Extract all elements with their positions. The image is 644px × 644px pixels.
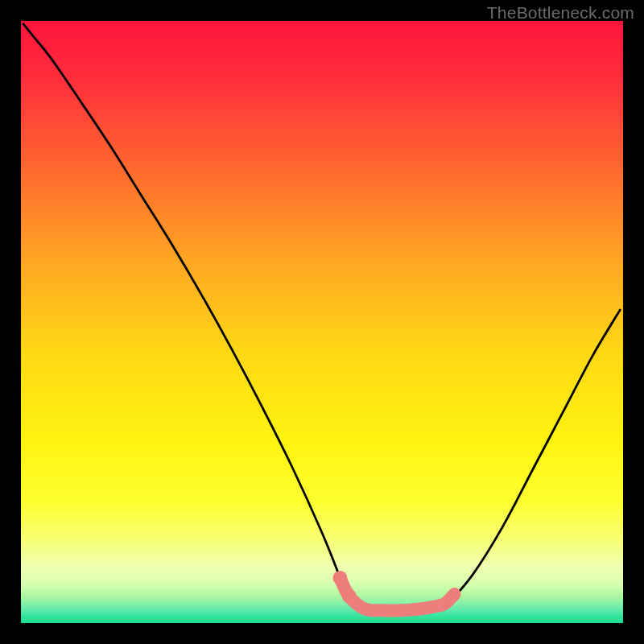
bottleneck-curve-chart: [21, 21, 623, 623]
highlight-dot-1: [342, 588, 357, 603]
chart-plot-area: [21, 21, 623, 623]
watermark-text: TheBottleneck.com: [487, 3, 634, 23]
chart-frame: TheBottleneck.com: [0, 0, 644, 644]
highlight-dot-0: [332, 571, 347, 585]
